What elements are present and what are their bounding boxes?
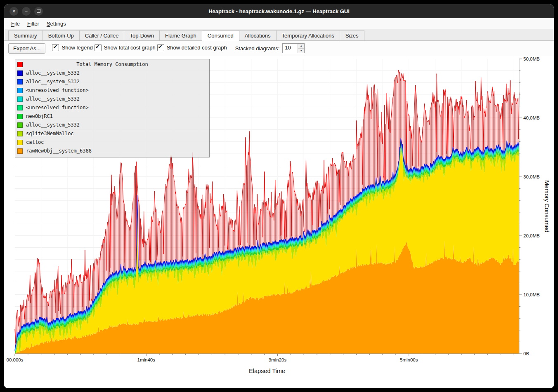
spin-down-button[interactable]: ▼ xyxy=(298,49,304,53)
legend-swatch xyxy=(17,148,23,154)
legend-title: Total Memory Consumption xyxy=(76,61,148,67)
legend-label: alloc__system_5332 xyxy=(26,121,80,129)
tab-summary[interactable]: Summary xyxy=(8,30,43,40)
window-title: Heaptrack - heaptrack.wakunode.1.gz — He… xyxy=(4,8,554,14)
stacked-diagrams-spinbox[interactable]: 10 ▲ ▼ xyxy=(282,43,305,53)
legend-swatch xyxy=(17,122,23,128)
legend-entry: alloc__system_5332 xyxy=(15,69,209,77)
checkbox-icon xyxy=(95,44,102,51)
legend-swatch xyxy=(17,96,23,102)
legend-entry: alloc__system_5332 xyxy=(15,121,209,129)
legend-swatch xyxy=(17,105,23,110)
checkbox-icon xyxy=(157,44,164,51)
legend-swatch-total xyxy=(17,62,23,67)
menu-file[interactable]: File xyxy=(7,19,24,28)
checkbox-group: Show legendShow total cost graphShow det… xyxy=(52,44,228,52)
legend-label: newObjRC1 xyxy=(26,112,53,121)
toolbar: Export As... Show legendShow total cost … xyxy=(4,41,554,56)
svg-text:10,0MB: 10,0MB xyxy=(523,292,540,297)
legend-entry: calloc xyxy=(15,138,209,147)
legend-entry: rawNewObj__system_6388 xyxy=(15,147,209,155)
menu-bar: FileFilterSettings xyxy=(4,18,554,29)
tab-bottom-up[interactable]: Bottom-Up xyxy=(43,30,80,40)
titlebar[interactable]: ✕ – Heaptrack - heaptrack.wakunode.1.gz … xyxy=(4,4,554,18)
legend-swatch xyxy=(17,140,23,145)
svg-text:0B: 0B xyxy=(523,351,529,356)
checkbox-label: Show legend xyxy=(61,45,92,51)
legend-swatch xyxy=(17,70,23,76)
legend-entry: alloc__system_5332 xyxy=(15,77,209,86)
tab-caller-callee[interactable]: Caller / Callee xyxy=(79,30,125,40)
stacked-diagrams-control: Stacked diagrams: 10 ▲ ▼ xyxy=(235,43,305,53)
checkbox-label: Show detailed cost graph xyxy=(167,45,227,51)
menu-filter[interactable]: Filter xyxy=(24,19,43,28)
legend-label: <unresolved function> xyxy=(26,86,89,95)
stacked-diagrams-label: Stacked diagrams: xyxy=(235,45,280,52)
svg-text:30,0MB: 30,0MB xyxy=(523,174,540,179)
svg-text:3min20s: 3min20s xyxy=(269,357,287,362)
svg-text:20,0MB: 20,0MB xyxy=(523,233,540,238)
legend-entry: alloc__system_5332 xyxy=(15,95,209,103)
svg-text:Memory Consumed: Memory Consumed xyxy=(544,180,550,232)
checkbox-show-detailed-cost-graph[interactable]: Show detailed cost graph xyxy=(157,44,227,51)
svg-text:50,0MB: 50,0MB xyxy=(523,56,540,61)
close-button[interactable]: ✕ xyxy=(9,7,18,16)
checkbox-label: Show total cost graph xyxy=(104,45,156,51)
svg-text:5min00s: 5min00s xyxy=(400,357,418,362)
legend-label: alloc__system_5332 xyxy=(26,77,80,86)
tab-consumed[interactable]: Consumed xyxy=(202,30,239,41)
legend-label: calloc xyxy=(26,138,44,147)
spin-up-button[interactable]: ▲ xyxy=(298,44,304,49)
legend-label: <unresolved function> xyxy=(26,103,89,112)
legend-entry: sqlite3MemMalloc xyxy=(15,129,209,138)
legend-label: sqlite3MemMalloc xyxy=(26,129,74,138)
legend-label: alloc__system_5332 xyxy=(26,69,80,77)
svg-text:1min40s: 1min40s xyxy=(137,357,155,362)
legend-entry: newObjRC1 xyxy=(15,112,209,121)
maximize-button[interactable] xyxy=(34,7,43,16)
svg-text:Elapsed Time: Elapsed Time xyxy=(249,368,285,374)
chart-area: 00.000s1min40s3min20s5min00s0B10,0MB20,0… xyxy=(4,56,554,388)
tab-allocations[interactable]: Allocations xyxy=(239,30,277,40)
svg-text:00.000s: 00.000s xyxy=(7,357,24,362)
legend-entry: <unresolved function> xyxy=(15,103,209,112)
app-window: ✕ – Heaptrack - heaptrack.wakunode.1.gz … xyxy=(4,4,554,388)
export-as-button[interactable]: Export As... xyxy=(8,43,45,54)
svg-text:40,0MB: 40,0MB xyxy=(523,115,540,120)
legend-label: rawNewObj__system_6388 xyxy=(26,147,92,155)
checkbox-show-legend[interactable]: Show legend xyxy=(52,44,92,51)
checkbox-icon xyxy=(52,44,59,51)
chart-legend: Total Memory Consumptionalloc__system_53… xyxy=(15,59,210,157)
legend-label: alloc__system_5332 xyxy=(26,95,80,103)
legend-swatch xyxy=(17,79,23,85)
tab-temporary-allocations[interactable]: Temporary Allocations xyxy=(276,30,340,40)
legend-swatch xyxy=(17,114,23,119)
tab-flame-graph[interactable]: Flame Graph xyxy=(159,30,202,40)
maximize-icon xyxy=(37,9,40,13)
spinbox-buttons: ▲ ▼ xyxy=(298,44,304,53)
menu-settings[interactable]: Settings xyxy=(43,19,70,28)
legend-swatch xyxy=(17,88,23,93)
tab-sizes[interactable]: Sizes xyxy=(340,30,364,40)
tab-top-down[interactable]: Top-Down xyxy=(124,30,160,40)
minimize-button[interactable]: – xyxy=(22,7,31,16)
stacked-diagrams-value: 10 xyxy=(283,44,298,53)
tab-bar: SummaryBottom-UpCaller / CalleeTop-DownF… xyxy=(4,29,554,41)
titlebar-buttons: ✕ – xyxy=(9,7,43,16)
legend-entry: <unresolved function> xyxy=(15,86,209,95)
checkbox-show-total-cost-graph[interactable]: Show total cost graph xyxy=(95,44,156,51)
legend-swatch xyxy=(17,131,23,136)
